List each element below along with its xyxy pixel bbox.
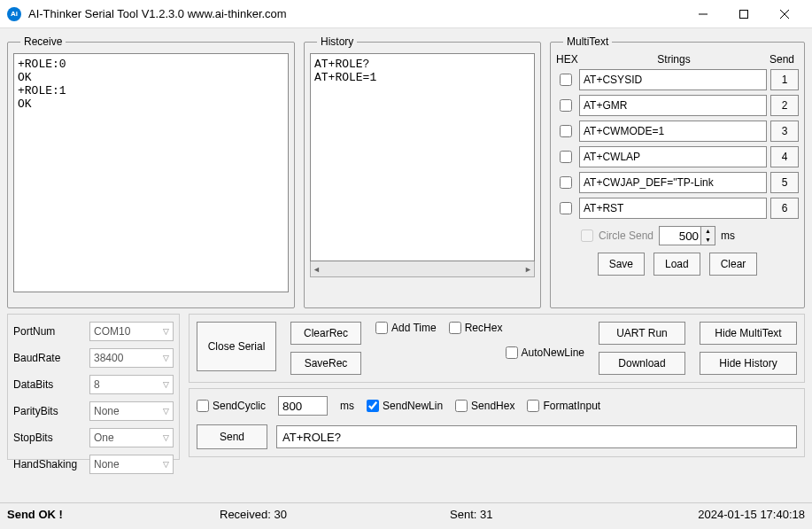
mt-string-input[interactable] xyxy=(579,172,767,193)
send-newline-checkbox[interactable]: SendNewLin xyxy=(367,400,443,412)
status-received: Received: 30 xyxy=(220,508,450,521)
mt-row: 5 xyxy=(556,172,799,193)
hide-history-button[interactable]: Hide History xyxy=(700,352,797,375)
history-textarea[interactable]: AT+ROLE? AT+ROLE=1 xyxy=(310,53,535,261)
mt-hex-checkbox[interactable] xyxy=(560,202,572,214)
status-message: Send OK ! xyxy=(7,508,220,521)
stopbits-combo[interactable]: One▽ xyxy=(89,428,174,447)
portnum-combo[interactable]: COM10▽ xyxy=(89,322,174,341)
mt-row: 6 xyxy=(556,198,799,219)
add-time-checkbox[interactable]: Add Time xyxy=(375,322,437,334)
maximize-button[interactable] xyxy=(723,0,764,28)
scroll-left-icon[interactable]: ◄ xyxy=(313,265,321,274)
send-interval-input[interactable] xyxy=(278,396,328,416)
mt-row: 2 xyxy=(556,95,799,116)
send-button[interactable]: Send xyxy=(197,424,267,449)
mt-string-input[interactable] xyxy=(579,121,767,142)
rec-hex-checkbox[interactable]: RecHex xyxy=(449,322,503,334)
mt-header-hex: HEX xyxy=(556,53,583,66)
mt-hex-checkbox[interactable] xyxy=(560,99,572,112)
send-cyclic-checkbox[interactable]: SendCyclic xyxy=(197,400,266,412)
mt-send-button[interactable]: 4 xyxy=(770,146,799,167)
portnum-label: PortNum xyxy=(13,325,89,338)
mt-save-button[interactable]: Save xyxy=(598,253,645,276)
mt-header-send: Send xyxy=(765,53,799,66)
multitext-legend: MultiText xyxy=(563,35,612,48)
mt-row: 3 xyxy=(556,121,799,142)
status-time: 2024-01-15 17:40:18 xyxy=(698,508,805,521)
close-button[interactable] xyxy=(764,0,805,28)
handshaking-combo[interactable]: None▽ xyxy=(89,455,174,474)
mt-load-button[interactable]: Load xyxy=(653,253,700,276)
mt-send-button[interactable]: 3 xyxy=(770,121,799,142)
mt-hex-checkbox[interactable] xyxy=(560,151,572,163)
databits-label: DataBits xyxy=(13,378,89,391)
mt-string-input[interactable] xyxy=(579,198,767,219)
mt-string-input[interactable] xyxy=(579,69,767,90)
send-hex-checkbox[interactable]: SendHex xyxy=(455,400,514,412)
circle-send-label: Circle Send xyxy=(599,229,653,242)
mt-string-input[interactable] xyxy=(579,95,767,116)
hide-multitext-button[interactable]: Hide MultiText xyxy=(700,322,797,345)
chevron-down-icon: ▽ xyxy=(163,433,169,442)
mt-send-button[interactable]: 5 xyxy=(770,172,799,193)
mt-send-button[interactable]: 2 xyxy=(770,95,799,116)
status-sent: Sent: 31 xyxy=(450,508,698,521)
scroll-right-icon[interactable]: ► xyxy=(524,265,532,274)
circle-unit: ms xyxy=(721,229,735,242)
download-button[interactable]: Download xyxy=(599,352,685,375)
mt-clear-button[interactable]: Clear xyxy=(709,253,758,276)
chevron-down-icon: ▽ xyxy=(163,327,169,336)
app-icon: Ai xyxy=(7,7,21,21)
chevron-down-icon: ▽ xyxy=(163,407,169,416)
mt-header-strings: Strings xyxy=(583,53,765,66)
history-legend: History xyxy=(317,35,357,48)
window-title: AI-Thinker Serial Tool V1.2.3.0 www.ai-t… xyxy=(28,7,683,20)
uart-run-button[interactable]: UART Run xyxy=(599,322,685,345)
history-hscroll[interactable]: ◄► xyxy=(310,261,535,277)
titlebar: Ai AI-Thinker Serial Tool V1.2.3.0 www.a… xyxy=(0,0,812,28)
send-interval-unit: ms xyxy=(340,400,354,412)
control-panel: Close Serial ClearRec SaveRec Add Time R… xyxy=(189,314,805,383)
spin-up-icon[interactable]: ▲ xyxy=(701,227,715,236)
baud-combo[interactable]: 38400▽ xyxy=(89,348,174,368)
handshaking-label: HandShaking xyxy=(13,458,89,471)
databits-combo[interactable]: 8▽ xyxy=(89,375,174,394)
format-input-checkbox[interactable]: FormatInput xyxy=(527,400,600,412)
chevron-down-icon: ▽ xyxy=(163,354,169,362)
clear-rec-button[interactable]: ClearRec xyxy=(290,322,361,345)
multitext-header: HEX Strings Send xyxy=(556,53,799,66)
port-settings-panel: PortNumCOM10▽ BaudRate38400▽ DataBits8▽ … xyxy=(7,314,180,460)
send-input[interactable] xyxy=(276,425,797,448)
mt-hex-checkbox[interactable] xyxy=(560,176,572,189)
spin-down-icon[interactable]: ▼ xyxy=(701,236,715,245)
minimize-button[interactable] xyxy=(683,0,723,28)
circle-interval-spinner[interactable]: ▲▼ xyxy=(701,226,715,245)
mt-send-button[interactable]: 1 xyxy=(770,69,799,90)
stopbits-label: StopBits xyxy=(13,432,89,444)
chevron-down-icon: ▽ xyxy=(163,380,169,389)
history-panel: History AT+ROLE? AT+ROLE=1 ◄► xyxy=(304,35,541,308)
circle-send-checkbox[interactable] xyxy=(581,229,593,242)
close-serial-button[interactable]: Close Serial xyxy=(197,322,276,371)
mt-string-input[interactable] xyxy=(579,146,767,167)
send-panel: SendCyclic ms SendNewLin SendHex FormatI… xyxy=(189,388,805,457)
mt-hex-checkbox[interactable] xyxy=(560,74,572,86)
baud-label: BaudRate xyxy=(13,352,89,364)
mt-row: 4 xyxy=(556,146,799,167)
mt-row: 1 xyxy=(556,69,799,90)
svg-rect-1 xyxy=(740,10,748,18)
circle-interval-input[interactable] xyxy=(659,226,701,245)
mt-hex-checkbox[interactable] xyxy=(560,125,572,137)
statusbar: Send OK ! Received: 30 Sent: 31 2024-01-… xyxy=(0,502,812,525)
parity-combo[interactable]: None▽ xyxy=(89,401,174,421)
receive-textarea[interactable] xyxy=(13,53,289,292)
receive-legend: Receive xyxy=(20,35,66,48)
multitext-panel: MultiText HEX Strings Send 123456 Circle… xyxy=(550,35,805,308)
save-rec-button[interactable]: SaveRec xyxy=(290,352,361,375)
mt-send-button[interactable]: 6 xyxy=(770,198,799,219)
auto-newline-checkbox[interactable]: AutoNewLine xyxy=(506,346,584,359)
receive-panel: Receive xyxy=(7,35,295,308)
chevron-down-icon: ▽ xyxy=(163,460,169,469)
parity-label: ParityBits xyxy=(13,405,89,417)
